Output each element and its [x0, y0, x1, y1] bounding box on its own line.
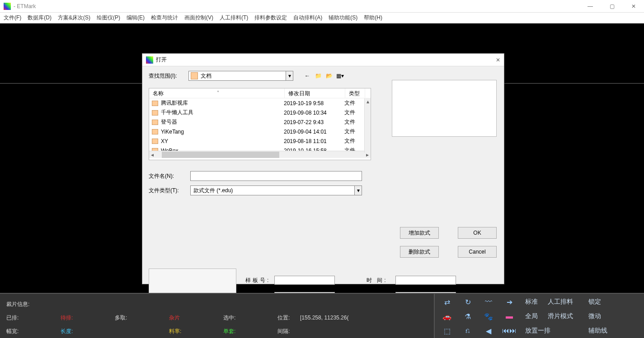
- menu-database[interactable]: 数据库(D): [28, 14, 52, 22]
- filename-input[interactable]: [190, 171, 362, 181]
- file-date: 2019-09-04 14:01: [284, 129, 344, 135]
- vertical-scrollbar[interactable]: ▴: [364, 98, 371, 153]
- look-in-combo[interactable]: 文档 ▾: [188, 71, 293, 81]
- file-row[interactable]: WeBox2019-10-16 15:58文件: [149, 146, 371, 151]
- menu-help[interactable]: 帮助(H): [364, 14, 382, 22]
- look-in-label: 查找范围(I):: [149, 72, 184, 80]
- folder-icon: [152, 129, 158, 134]
- scroll-up-icon[interactable]: ▴: [365, 98, 371, 105]
- file-row[interactable]: 登号器2019-07-22 9:43文件: [149, 117, 371, 127]
- mode-slide[interactable]: 滑片模式: [548, 309, 588, 324]
- tool-icon-11[interactable]: ◀: [478, 324, 499, 338]
- file-date: 2019-10-19 9:58: [284, 100, 344, 106]
- app-title: - ETMark: [14, 3, 583, 9]
- tool-icon-2[interactable]: ↻: [457, 295, 478, 309]
- folder-icon: [152, 101, 158, 106]
- menu-bar: 文件(F) 数据库(D) 方案&床次(S) 绘图仪(P) 编辑(E) 检查与统计…: [0, 13, 644, 23]
- folder-icon: [152, 120, 158, 125]
- filetype-combo[interactable]: 款式文件 (*.edu) ▾: [190, 185, 362, 195]
- mode-standard[interactable]: 标准: [525, 295, 548, 309]
- maximize-button[interactable]: ▢: [605, 3, 619, 9]
- menu-check[interactable]: 检查与统计: [151, 14, 178, 22]
- time-input[interactable]: [395, 276, 456, 285]
- arranged-label: 已排:: [6, 314, 61, 322]
- menu-auto[interactable]: 自动排料(A): [293, 14, 322, 22]
- menu-params[interactable]: 排料参数设定: [254, 14, 287, 22]
- tool-icon-12[interactable]: ⏮⏭: [499, 324, 520, 338]
- tool-icon-9[interactable]: ⬚: [437, 324, 457, 338]
- title-bar: - ETMark — ▢ ✕: [0, 0, 644, 13]
- tool-icon-5[interactable]: 🚗: [437, 309, 457, 324]
- tool-icon-4[interactable]: ➔: [499, 295, 520, 309]
- length-label: 长度:: [61, 328, 115, 335]
- width-label: 幅宽:: [6, 328, 61, 335]
- menu-scheme[interactable]: 方案&床次(S): [58, 14, 90, 22]
- tool-icon-8[interactable]: ▬: [499, 309, 520, 324]
- mode-place-row[interactable]: 放置一排: [525, 324, 588, 338]
- menu-view[interactable]: 画面控制(V): [184, 14, 213, 22]
- new-folder-icon[interactable]: 📂: [325, 72, 333, 80]
- single-label: 单套:: [223, 328, 277, 335]
- cancel-button[interactable]: Cancel: [458, 246, 497, 258]
- file-row[interactable]: XY2019-08-18 11:01文件: [149, 136, 371, 146]
- file-row[interactable]: YiKeTang2019-09-04 14:01文件: [149, 127, 371, 136]
- mixed-label: 杂片: [169, 314, 223, 322]
- close-button[interactable]: ✕: [627, 3, 640, 9]
- scroll-thumb[interactable]: [162, 152, 279, 158]
- preview-pane: [392, 80, 497, 137]
- file-row[interactable]: 腾讯影视库2019-10-19 9:58文件: [149, 98, 371, 108]
- file-name: 千牛懒人工具: [161, 109, 284, 116]
- file-type: 文件: [344, 99, 362, 107]
- add-style-button[interactable]: 增加款式: [400, 227, 439, 239]
- file-row[interactable]: 千牛懒人工具2019-09-08 10:34文件: [149, 108, 371, 117]
- filetype-label: 文件类型(T):: [149, 187, 187, 194]
- tool-icon-7[interactable]: 🐾: [478, 309, 499, 324]
- file-type: 文件: [344, 118, 362, 126]
- menu-file[interactable]: 文件(F): [4, 14, 21, 22]
- col-date[interactable]: 修改日期: [285, 88, 345, 98]
- view-menu-icon[interactable]: ▦▾: [336, 72, 344, 80]
- minimize-button[interactable]: —: [583, 3, 597, 9]
- style-no-input[interactable]: [274, 276, 335, 285]
- folder-icon: [152, 110, 158, 116]
- gap-label: 间隔:: [277, 328, 290, 335]
- mode-guide[interactable]: 辅助线: [588, 324, 611, 338]
- mode-micro[interactable]: 微动: [588, 309, 611, 324]
- menu-edit[interactable]: 编辑(E): [127, 14, 145, 22]
- file-date: 2019-10-16 15:58: [284, 148, 344, 151]
- menu-aux[interactable]: 辅助功能(S): [329, 14, 357, 22]
- up-folder-icon[interactable]: 📁: [314, 72, 322, 80]
- file-type: 文件: [344, 147, 362, 151]
- mode-global[interactable]: 全局: [525, 309, 548, 324]
- menu-manual[interactable]: 人工排料(T): [220, 14, 248, 22]
- scroll-left-icon[interactable]: ◂: [149, 152, 155, 158]
- pending-label: 待排:: [61, 314, 115, 322]
- file-type: 文件: [344, 128, 362, 135]
- multi-label: 多取:: [115, 314, 169, 322]
- ok-button[interactable]: OK: [458, 227, 497, 239]
- delete-style-button[interactable]: 删除款式: [400, 246, 439, 258]
- file-name: WeBox: [161, 148, 284, 151]
- dialog-close-button[interactable]: ✕: [487, 57, 500, 63]
- tool-icon-6[interactable]: ⚗: [457, 309, 478, 324]
- col-type[interactable]: 类型: [345, 88, 365, 98]
- file-list: 名称 ˅ 修改日期 类型 腾讯影视库2019-10-19 9:58文件千牛懒人工…: [149, 88, 371, 160]
- folder-icon: [152, 139, 158, 144]
- folder-icon: [152, 148, 158, 151]
- sort-indicator-icon: ˅: [217, 90, 219, 95]
- menu-plotter[interactable]: 绘图仪(P): [97, 14, 120, 22]
- back-icon[interactable]: ←: [303, 72, 311, 80]
- mode-lock[interactable]: 锁定: [588, 295, 611, 309]
- file-date: 2019-08-18 11:01: [284, 138, 344, 144]
- tool-icon-1[interactable]: ⇄: [437, 295, 457, 309]
- chevron-down-icon[interactable]: ▾: [286, 71, 293, 80]
- file-date: 2019-07-22 9:43: [284, 119, 344, 125]
- open-dialog: 打开 ✕ 查找范围(I): 文档 ▾ ← 📁 📂 ▦▾ 名称 ˅ 修改日期 类型: [142, 53, 504, 284]
- tool-icon-3[interactable]: 〰: [478, 295, 499, 309]
- chevron-down-icon[interactable]: ▾: [354, 186, 362, 195]
- mode-manual[interactable]: 人工排料: [548, 295, 588, 309]
- app-icon: [4, 3, 11, 10]
- horizontal-scrollbar[interactable]: ◂ ▸: [149, 151, 371, 158]
- pos-label: 位置:: [277, 314, 300, 322]
- tool-icon-10[interactable]: ⎌: [457, 324, 478, 338]
